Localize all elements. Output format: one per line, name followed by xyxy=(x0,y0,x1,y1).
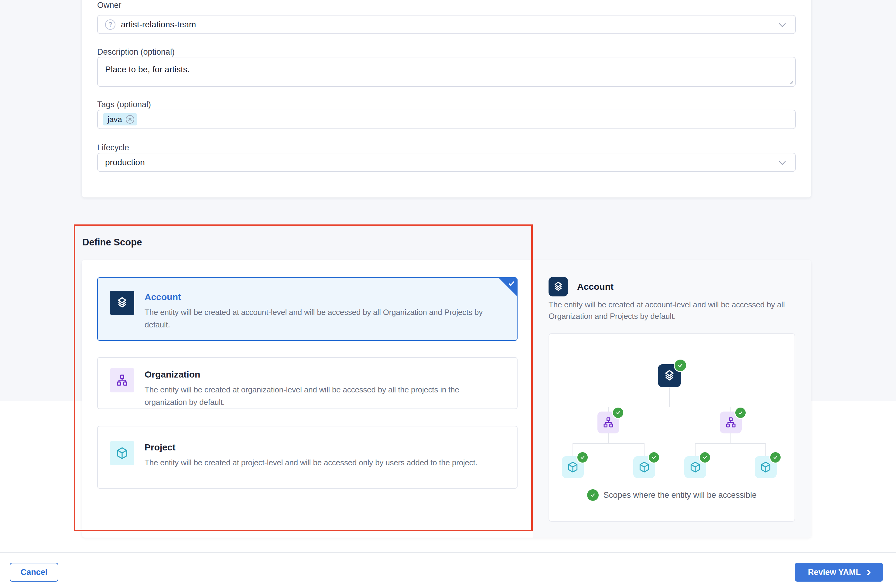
check-badge-icon xyxy=(699,451,711,463)
resize-grip-icon[interactable] xyxy=(788,79,793,84)
option-description: The entity will be created at organizati… xyxy=(145,384,497,408)
organization-icon xyxy=(110,368,134,392)
tag-chip-label: java xyxy=(108,115,122,124)
connector-line xyxy=(573,443,573,456)
preview-header: Account xyxy=(549,277,614,296)
connector-line xyxy=(608,407,731,407)
entity-details-card: Owner ? artist-relations-team Descriptio… xyxy=(82,0,811,197)
option-title: Project xyxy=(145,442,477,452)
option-description: The entity will be created at project-le… xyxy=(145,457,477,469)
create-entity-page: Owner ? artist-relations-team Descriptio… xyxy=(0,0,896,588)
project-node xyxy=(562,456,584,478)
scope-option-account[interactable]: Account The entity will be created at ac… xyxy=(97,277,518,341)
connector-line xyxy=(573,443,645,444)
owner-value: artist-relations-team xyxy=(121,20,196,29)
check-badge-icon xyxy=(648,451,660,463)
account-node xyxy=(658,364,681,387)
connector-line xyxy=(644,443,645,456)
check-badge-icon xyxy=(674,359,687,372)
scope-preview-panel: Account The entity will be created at ac… xyxy=(533,260,811,538)
review-yaml-button[interactable]: Review YAML xyxy=(795,563,883,582)
tags-label: Tags (optional) xyxy=(97,100,151,109)
project-node xyxy=(755,456,777,478)
remove-tag-icon[interactable] xyxy=(126,115,134,123)
preview-title: Account xyxy=(577,282,614,292)
tag-chip: java xyxy=(103,113,137,125)
legend-text: Scopes where the entity will be accessib… xyxy=(603,491,757,500)
connector-line xyxy=(608,407,609,411)
description-label: Description (optional) xyxy=(97,47,175,57)
check-badge-icon xyxy=(576,451,589,463)
connector-line xyxy=(669,387,670,407)
project-cube-icon xyxy=(110,441,134,465)
chevron-down-icon xyxy=(779,20,786,27)
scope-tree-diagram: Scopes where the entity will be accessib… xyxy=(549,333,795,522)
diagram-legend: Scopes where the entity will be accessib… xyxy=(549,489,795,501)
option-title: Account xyxy=(145,292,497,302)
owner-select[interactable]: ? artist-relations-team xyxy=(97,15,796,34)
lifecycle-select[interactable]: production xyxy=(97,153,796,172)
project-node xyxy=(633,456,655,478)
organization-node xyxy=(720,411,742,433)
connector-line xyxy=(730,433,731,443)
connector-line xyxy=(765,443,766,456)
connector-line xyxy=(608,433,609,443)
option-title: Organization xyxy=(145,369,497,380)
connector-line xyxy=(695,443,696,456)
preview-description: The entity will be created at account-le… xyxy=(549,299,805,322)
help-icon: ? xyxy=(105,20,116,30)
lifecycle-label: Lifecycle xyxy=(97,143,129,152)
scope-option-organization[interactable]: Organization The entity will be created … xyxy=(97,357,518,409)
define-scope-title: Define Scope xyxy=(82,237,142,248)
chevron-right-icon xyxy=(865,570,871,576)
project-node xyxy=(684,456,706,478)
description-value: Place to be, for artists. xyxy=(105,65,190,75)
account-layers-icon xyxy=(549,277,568,296)
check-badge-icon xyxy=(734,407,747,419)
check-badge-icon xyxy=(770,451,782,463)
cancel-button[interactable]: Cancel xyxy=(10,563,58,582)
review-yaml-label: Review YAML xyxy=(808,568,861,577)
connector-line xyxy=(730,407,731,411)
define-scope-section: Account The entity will be created at ac… xyxy=(82,260,811,538)
organization-node xyxy=(597,411,619,433)
selected-check-icon xyxy=(498,277,517,296)
footer-divider xyxy=(0,552,896,553)
scope-option-project[interactable]: Project The entity will be created at pr… xyxy=(97,426,518,489)
connector-line xyxy=(695,443,766,444)
description-textarea[interactable]: Place to be, for artists. xyxy=(97,57,796,87)
lifecycle-value: production xyxy=(105,158,145,168)
check-badge-icon xyxy=(587,489,599,501)
owner-label: Owner xyxy=(97,1,122,10)
account-layers-icon xyxy=(110,291,134,315)
check-badge-icon xyxy=(612,407,624,419)
chevron-down-icon xyxy=(779,158,786,165)
tags-input[interactable]: java xyxy=(97,110,796,129)
option-description: The entity will be created at account-le… xyxy=(145,306,497,331)
